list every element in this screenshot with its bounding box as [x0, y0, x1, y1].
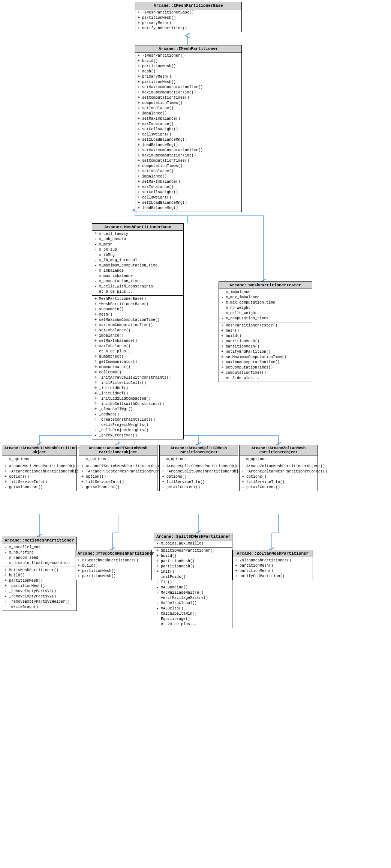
box-title-arcane-splitsd-object: Arcane::ArcaneSplitSDMeshPartitionerObje…: [160, 445, 238, 456]
box-arcane-splitsd-object: Arcane::ArcaneSplitSDMeshPartitionerObje…: [159, 445, 238, 491]
box-arcane-zoltan-object: Arcane::ArcaneZoltanMeshPartitionerObjec…: [239, 445, 318, 491]
box-arcane-ptscotch-object: Arcane::ArcanePTScotchMeshPartitionerObj…: [79, 445, 157, 491]
box-mesh-partitioner-tester: Arcane::MeshPartitionerTester - m_imbala…: [219, 281, 312, 382]
box-splitsd-mesh-partitioner: Arcane::SplitSDMeshPartitioner - m_poids…: [154, 533, 232, 628]
box-section-mesh-partitioner-tester-fields: - m_imbalance - m_max_imbalance - m_max_…: [219, 289, 312, 322]
box-section-zoltan-methods: + ZoltanMeshPartitioner() + partitionMes…: [233, 557, 313, 580]
box-section-mesh-partitioner-base-methods: + MeshPartitionerBase() + ~MeshPartition…: [92, 296, 183, 439]
box-section-arcane-ptscotch-object-methods: + ArcanePTScotchMeshPartitionerObject() …: [79, 463, 157, 491]
box-title-imesh-partitioner-base: Arcane::IMeshPartitionerBase: [135, 2, 241, 9]
box-section-arcane-splitsd-object-fields: - m_options: [160, 456, 238, 463]
box-title-mesh-partitioner-tester: Arcane::MeshPartitionerTester: [219, 282, 312, 289]
box-section-arcane-metis-object-fields: - m_options: [2, 456, 76, 463]
box-title-metis-mesh-partitioner: Arcane::MetisMeshPartitioner: [2, 537, 76, 544]
box-ptscotch-mesh-partitioner: Arcane::PTScotchMeshPartitioner + PTScot…: [75, 550, 152, 580]
box-section-arcane-ptscotch-object-fields: - m_options: [79, 456, 157, 463]
diagram-container: Arcane::IMeshPartitionerBase + ~IMeshPar…: [0, 0, 391, 868]
box-section-mesh-partitioner-base-fields: # m_cell_family - m_sub_domain - m_mesh …: [92, 231, 183, 296]
box-section-splitsd-methods: + SplitSDMeshPartitioner() + build() + p…: [154, 548, 232, 628]
box-section-imesh-partitioner: + ~IMeshPartitioner() + build() + partit…: [135, 53, 241, 212]
box-zoltan-mesh-partitioner: Arcane::ZoltanMeshPartitioner + ZoltanMe…: [232, 550, 313, 580]
box-title-imesh-partitioner: Arcane::IMeshPartitioner: [135, 45, 241, 53]
box-section-mesh-partitioner-tester-methods: + MeshPartitionerTester() + mesh() + bui…: [219, 322, 312, 382]
box-mesh-partitioner-base: Arcane::MeshPartitionerBase # m_cell_fam…: [92, 223, 184, 439]
box-title-arcane-zoltan-object: Arcane::ArcaneZoltanMeshPartitionerObjec…: [240, 445, 318, 456]
box-imesh-partitioner-base: Arcane::IMeshPartitionerBase + ~IMeshPar…: [135, 2, 242, 32]
box-section-arcane-metis-object-methods: + ArcaneMetisMeshPartitionerObject() + ~…: [2, 463, 76, 491]
box-title-arcane-ptscotch-object: Arcane::ArcanePTScotchMeshPartitionerObj…: [79, 445, 157, 456]
box-title-splitsd-mesh-partitioner: Arcane::SplitSDMeshPartitioner: [154, 533, 232, 540]
box-title-mesh-partitioner-base: Arcane::MeshPartitionerBase: [92, 224, 183, 231]
box-section-metis-fields: - m_parallel_mng - m_nb_refine - m_rando…: [2, 544, 76, 567]
box-imesh-partitioner: Arcane::IMeshPartitioner + ~IMeshPartiti…: [135, 45, 242, 212]
box-section-ptscotch-methods: + PTScotchMeshPartitioner() + build() + …: [75, 557, 151, 580]
box-arcane-metis-object: Arcane::ArcaneMetisMeshPartitionerObject…: [2, 445, 77, 491]
box-section-imesh-partitioner-base: + ~IMeshPartitionerBase() + partitionMes…: [135, 9, 241, 32]
box-title-ptscotch-mesh-partitioner: Arcane::PTScotchMeshPartitioner: [75, 550, 151, 557]
box-section-splitsd-fields: - m_poids_aux_mailles: [154, 540, 232, 548]
box-section-metis-methods: + MetisMeshPartitioner() + build() + par…: [2, 567, 76, 611]
box-title-arcane-metis-object: Arcane::ArcaneMetisMeshPartitionerObject: [2, 445, 76, 456]
box-metis-mesh-partitioner: Arcane::MetisMeshPartitioner - m_paralle…: [2, 537, 77, 611]
box-section-arcane-zoltan-object-methods: + ArcaneZoltanMeshPartitionerObject() + …: [240, 463, 318, 491]
box-section-arcane-zoltan-object-fields: - m_options: [240, 456, 318, 463]
box-section-arcane-splitsd-object-methods: + ArcaneSplitSDMeshPartitionerObject() +…: [160, 463, 238, 491]
box-title-zoltan-mesh-partitioner: Arcane::ZoltanMeshPartitioner: [233, 550, 313, 557]
